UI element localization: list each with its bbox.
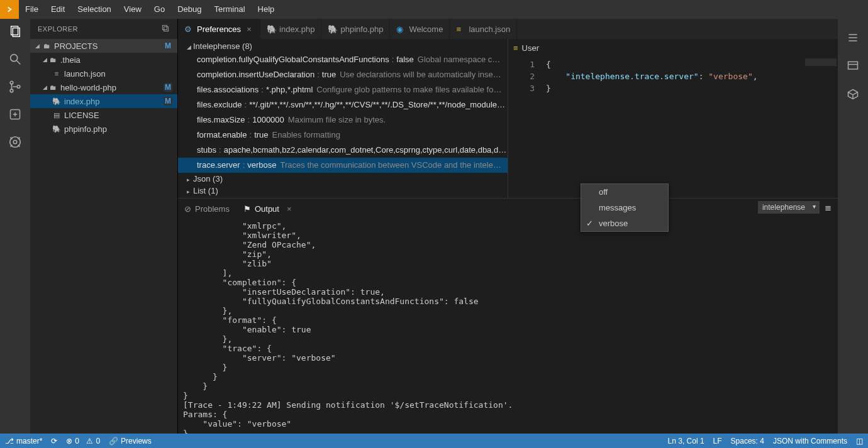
modified-badge: M — [164, 41, 172, 50]
menu-help[interactable]: Help — [252, 0, 281, 19]
file-tree: ◢🖿PROJECTS M ◢🖿.theia ≡launch.json ◢🖿hel… — [30, 39, 177, 434]
panel-tab-output[interactable]: ⚑Output× — [243, 204, 292, 214]
menu-file[interactable]: File — [19, 0, 45, 19]
settings-editor: ≡User 123 { "intelephense.trace.server":… — [508, 39, 838, 198]
preview-icon[interactable] — [847, 60, 859, 74]
menubar: File Edit Selection View Go Debug Termin… — [0, 0, 868, 19]
panel-tab-problems[interactable]: ⊘Problems — [184, 204, 230, 214]
sidebar-header: EXPLORER — [30, 19, 177, 39]
sync-button[interactable]: ⟳ — [51, 437, 57, 445]
svg-point-4 — [10, 89, 13, 92]
link-icon: 🔗 — [109, 437, 118, 445]
bottom-panel: ⊘Problems ⚑Output× intelephense ≣ "xmlrp… — [178, 198, 838, 434]
pref-item[interactable]: files.exclude:**/.git/**,**/.svn/**,**/.… — [178, 97, 508, 112]
cursor-position[interactable]: Ln 3, Col 1 — [668, 437, 704, 445]
pref-item[interactable]: stubs:apache,bcmath,bz2,calendar,com_dot… — [178, 143, 508, 158]
pref-section-list[interactable]: ▸List (1) — [178, 185, 508, 197]
output-content[interactable]: "xmlrpc", "xmlwriter", "Zend OPcache", "… — [178, 219, 838, 434]
folder-hello-world[interactable]: ◢🖿hello-world-php M — [30, 80, 177, 94]
settings-scope-user[interactable]: ≡User — [513, 43, 539, 53]
tab-preferences[interactable]: ⚙Preferences× — [178, 19, 260, 39]
menu-debug[interactable]: Debug — [171, 0, 208, 19]
pref-item[interactable]: format.enable:trueEnables formatting — [178, 128, 508, 143]
file-license[interactable]: ▤LICENSE — [30, 108, 177, 122]
modified-badge: M — [164, 97, 172, 106]
sync-icon: ⟳ — [51, 437, 57, 445]
warning-icon: ⚠ — [86, 437, 93, 445]
tab-launch-json[interactable]: ≡launch.json — [450, 19, 517, 39]
menu-selection[interactable]: Selection — [71, 0, 117, 19]
tab-welcome[interactable]: ◉Welcome — [390, 19, 450, 39]
dropdown-option-messages[interactable]: messages — [581, 200, 668, 216]
file-phpinfo-php[interactable]: 🐘phpinfo.php — [30, 122, 177, 136]
svg-rect-11 — [849, 62, 858, 69]
indent-indicator[interactable]: Spaces: 4 — [731, 437, 764, 445]
svg-point-8 — [13, 140, 17, 144]
tab-phpinfo-php[interactable]: 🐘phpinfo.php — [321, 19, 390, 39]
activity-bar-right — [838, 19, 868, 434]
pref-item[interactable]: files.maxSize:1000000Maximum file size i… — [178, 112, 508, 128]
menu-terminal[interactable]: Terminal — [208, 0, 251, 19]
file-index-php[interactable]: 🐘index.php M — [30, 94, 177, 108]
pref-section-json[interactable]: ▸Json (3) — [178, 173, 508, 185]
code-content: { "intelephense.trace.server": "verbose"… — [546, 57, 838, 94]
pref-item[interactable]: completion.insertUseDeclaration:trueUse … — [178, 67, 508, 82]
source-control-icon[interactable] — [8, 79, 23, 94]
pref-section-intelephense[interactable]: ◢Intelephense (8) — [178, 40, 508, 52]
dropdown-option-verbose[interactable]: ✓verbose — [581, 216, 668, 231]
status-bar: ⎇master* ⟳ ⊗0 ⚠0 🔗Previews Ln 3, Col 1 L… — [0, 434, 868, 448]
outline-icon[interactable] — [847, 31, 859, 46]
explorer-icon[interactable] — [8, 24, 23, 39]
dropdown-option-off[interactable]: off — [581, 184, 668, 200]
debug-icon[interactable] — [8, 134, 23, 150]
output-channel-select[interactable]: intelephense — [758, 201, 820, 214]
pref-item[interactable]: completion.fullyQualifyGlobalConstantsAn… — [178, 52, 508, 67]
projects-root[interactable]: ◢🖿PROJECTS M — [30, 39, 177, 53]
collapse-icon[interactable] — [161, 24, 170, 34]
language-mode[interactable]: JSON with Comments — [773, 437, 847, 445]
app-logo — [0, 0, 19, 19]
check-icon: ✓ — [586, 219, 593, 228]
minimap[interactable] — [805, 58, 837, 84]
value-dropdown: off messages ✓verbose — [581, 183, 669, 232]
svg-rect-9 — [162, 25, 167, 30]
code-editor[interactable]: 123 { "intelephense.trace.server": "verb… — [508, 57, 838, 198]
pref-item[interactable]: files.associations:*.php,*.phtmlConfigur… — [178, 82, 508, 97]
feedback-icon[interactable]: ◫ — [856, 437, 863, 445]
svg-point-2 — [11, 55, 18, 62]
branch-icon: ⎇ — [5, 437, 14, 445]
menu-view[interactable]: View — [118, 0, 148, 19]
warning-icon: ⊘ — [184, 204, 191, 214]
folder-theia[interactable]: ◢🖿.theia — [30, 53, 177, 67]
close-icon[interactable]: × — [245, 25, 253, 34]
search-icon[interactable] — [8, 52, 23, 67]
eol-indicator[interactable]: LF — [713, 437, 722, 445]
tab-index-php[interactable]: 🐘index.php — [260, 19, 321, 39]
menu-edit[interactable]: Edit — [45, 0, 71, 19]
svg-rect-10 — [164, 27, 169, 31]
clear-output-icon[interactable]: ≣ — [825, 203, 832, 212]
extensions-icon[interactable] — [8, 107, 23, 122]
preferences-list: ◢Intelephense (8) completion.fullyQualif… — [178, 39, 508, 198]
pref-item-trace-server[interactable]: trace.server:verboseTraces the communica… — [178, 158, 508, 173]
close-icon[interactable]: × — [287, 204, 292, 214]
activity-bar-left — [0, 19, 30, 434]
editor-area: ⚙Preferences× 🐘index.php 🐘phpinfo.php ◉W… — [178, 19, 838, 434]
modified-badge: M — [164, 83, 172, 92]
editor-tabbar: ⚙Preferences× 🐘index.php 🐘phpinfo.php ◉W… — [178, 19, 838, 39]
menu-go[interactable]: Go — [148, 0, 171, 19]
file-launch-json[interactable]: ≡launch.json — [30, 67, 177, 80]
panel-tabbar: ⊘Problems ⚑Output× intelephense ≣ — [178, 199, 838, 219]
flag-icon: ⚑ — [243, 204, 251, 214]
previews-status[interactable]: 🔗Previews — [109, 437, 152, 445]
git-branch[interactable]: ⎇master* — [5, 437, 42, 445]
error-icon: ⊗ — [66, 437, 72, 445]
explorer-title: EXPLORER — [38, 25, 78, 33]
line-gutter: 123 — [508, 57, 546, 94]
svg-point-3 — [10, 81, 13, 84]
package-icon[interactable] — [847, 88, 859, 102]
sidebar: EXPLORER ◢🖿PROJECTS M ◢🖿.theia ≡launch.j… — [30, 19, 178, 434]
problems-status[interactable]: ⊗0 ⚠0 — [66, 437, 100, 445]
svg-point-5 — [17, 85, 20, 89]
